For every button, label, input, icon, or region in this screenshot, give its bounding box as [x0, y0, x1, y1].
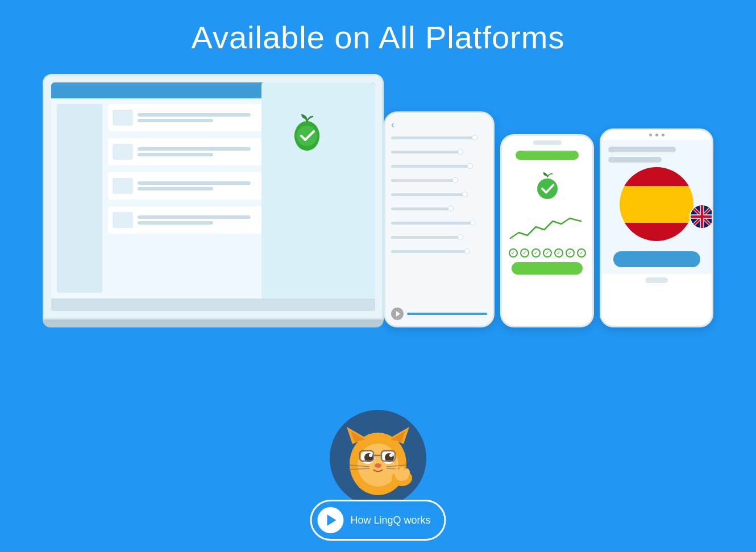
phone-2-device: ✓ ✓ ✓ ✓ ✓ ✓ ✓ — [500, 134, 594, 327]
laptop-base — [51, 298, 375, 311]
check-circle: ✓ — [577, 248, 586, 258]
svg-point-20 — [375, 463, 381, 468]
item-line — [138, 119, 213, 122]
home-button — [645, 277, 668, 283]
phone-topbar: ‹ — [391, 119, 487, 131]
phone-notch-area — [601, 130, 712, 140]
check-circle: ✓ — [509, 248, 518, 258]
check-circle: ✓ — [520, 248, 529, 258]
phone-3-device — [600, 128, 713, 327]
camera-dot — [649, 134, 652, 136]
phone-list-line — [391, 165, 473, 168]
phone-2-topbar — [508, 151, 587, 167]
item-thumbnail — [113, 178, 133, 194]
apple-logo-small — [508, 170, 587, 204]
play-button — [391, 308, 404, 320]
green-button — [512, 262, 583, 275]
phone-list-line — [391, 193, 468, 196]
cat-face-svg — [338, 418, 418, 498]
laptop-screen — [51, 82, 375, 298]
chart-area — [508, 210, 587, 244]
uk-flag-badge — [689, 204, 713, 229]
phone-3-line — [608, 157, 662, 163]
laptop-foot — [43, 319, 384, 327]
phone-list-line — [391, 236, 463, 239]
item-thumbnail — [113, 212, 133, 228]
item-line — [138, 187, 213, 190]
phone-notch — [533, 140, 562, 145]
check-circle: ✓ — [566, 248, 575, 258]
item-line — [138, 221, 213, 225]
apple-logo — [284, 111, 330, 159]
item-line — [138, 181, 251, 185]
phone-list-line — [391, 151, 463, 153]
cat-mascot-container — [330, 410, 426, 507]
spain-flag — [620, 167, 693, 241]
svg-point-19 — [389, 454, 393, 457]
devices-container: ‹ — [28, 74, 728, 327]
item-thumbnail — [113, 144, 133, 160]
blue-button — [613, 251, 700, 267]
laptop-device — [43, 74, 384, 327]
cta-button[interactable]: How LingQ works — [310, 500, 446, 541]
phone-1-screen: ‹ — [385, 113, 493, 326]
cta-play-button — [317, 507, 343, 533]
phone-1-device: ‹ — [384, 111, 495, 327]
progress-bar-green — [516, 151, 579, 160]
phone-list-line — [391, 207, 454, 210]
phone-bottom-bar — [391, 308, 487, 320]
item-line — [138, 113, 251, 117]
svg-point-29 — [404, 468, 410, 476]
item-line — [138, 153, 213, 156]
phone-list-line — [391, 250, 470, 253]
flag-red-bottom — [620, 223, 693, 242]
back-arrow-icon: ‹ — [391, 119, 394, 131]
play-icon — [327, 514, 336, 526]
check-circle: ✓ — [543, 248, 552, 258]
svg-point-2 — [297, 126, 317, 146]
phone-3-screen — [601, 140, 712, 274]
flag-red-top — [620, 167, 693, 186]
check-circle: ✓ — [531, 248, 541, 258]
svg-point-3 — [537, 179, 558, 199]
phone-list-line — [391, 179, 458, 182]
phones-group: ‹ — [384, 111, 713, 327]
phone-list-line — [391, 222, 476, 225]
sensor-dot — [662, 134, 664, 136]
play-triangle-icon — [396, 311, 400, 317]
check-row: ✓ ✓ ✓ ✓ ✓ ✓ ✓ — [508, 248, 587, 258]
phone-2-screen: ✓ ✓ ✓ ✓ ✓ ✓ ✓ — [502, 145, 592, 280]
check-circle: ✓ — [554, 248, 563, 258]
svg-point-27 — [394, 468, 400, 476]
page-title: Available on All Platforms — [0, 0, 756, 56]
item-line — [138, 215, 251, 219]
progress-bar — [407, 313, 487, 315]
cta-button-label: How LingQ works — [350, 514, 430, 526]
flag-yellow-stripe — [620, 186, 693, 223]
item-line — [138, 147, 251, 151]
speaker-dot — [655, 134, 658, 136]
phone-list-line — [391, 136, 477, 139]
laptop-sidebar — [57, 104, 102, 293]
item-thumbnail — [113, 110, 133, 126]
svg-point-18 — [369, 454, 372, 457]
cat-circle-bg — [330, 410, 426, 507]
laptop-body — [43, 74, 384, 319]
phone-3-line — [608, 147, 676, 152]
svg-point-28 — [399, 467, 405, 475]
phone-2-cta — [508, 262, 587, 275]
phone-3-cta — [608, 246, 705, 267]
